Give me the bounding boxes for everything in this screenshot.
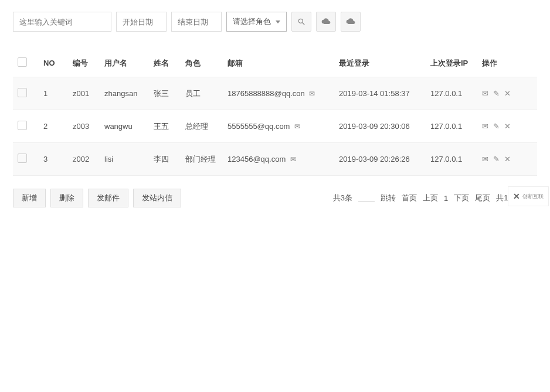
svg-point-0 bbox=[298, 19, 303, 23]
role-select-label: 请选择角色 bbox=[233, 16, 271, 27]
cell-email: 5555555@qq.com ✉ bbox=[223, 110, 334, 143]
row-edit-icon[interactable]: ✎ bbox=[493, 89, 500, 98]
row-delete-icon[interactable]: ✕ bbox=[504, 155, 511, 163]
table-header-row: NO 编号 用户名 姓名 角色 邮箱 最近登录 上次登录IP 操作 bbox=[13, 49, 537, 77]
mail-status-icon: ✉ bbox=[290, 155, 296, 163]
table-row: 3z002lisi李四部门经理123456@qq.com ✉2019-03-09… bbox=[13, 143, 537, 176]
col-code: 编号 bbox=[68, 49, 100, 77]
col-ops: 操作 bbox=[477, 49, 537, 77]
cell-user: wangwu bbox=[100, 110, 149, 143]
cell-email: 123456@qq.com ✉ bbox=[223, 143, 334, 176]
cell-name: 王五 bbox=[149, 110, 181, 143]
chevron-down-icon bbox=[276, 21, 280, 23]
row-mail-icon[interactable]: ✉ bbox=[482, 155, 488, 163]
keyword-input[interactable] bbox=[13, 12, 111, 32]
cell-role: 部门经理 bbox=[181, 143, 223, 176]
cell-code: z002 bbox=[68, 143, 100, 176]
row-edit-icon[interactable]: ✎ bbox=[493, 122, 500, 131]
row-edit-icon[interactable]: ✎ bbox=[493, 155, 500, 163]
cloud-upload-button[interactable] bbox=[316, 12, 336, 32]
mail-status-icon: ✉ bbox=[294, 122, 300, 131]
row-checkbox[interactable] bbox=[18, 121, 27, 130]
send-mail-button[interactable]: 发邮件 bbox=[88, 189, 128, 207]
cell-no: 2 bbox=[39, 110, 68, 143]
table-row: 2z003wangwu王五总经理5555555@qq.com ✉2019-03-… bbox=[13, 110, 537, 143]
pager-next[interactable]: 下页 bbox=[454, 193, 469, 203]
col-lastlogin: 最近登录 bbox=[334, 49, 426, 77]
cell-role: 总经理 bbox=[181, 110, 223, 143]
cell-email: 18765888888@qq.con ✉ bbox=[223, 77, 334, 110]
cell-lastlogin: 2019-03-09 20:26:26 bbox=[334, 143, 426, 176]
col-name: 姓名 bbox=[149, 49, 181, 77]
table-row: 1z001zhangsan张三员工18765888888@qq.con ✉201… bbox=[13, 77, 537, 110]
select-all-checkbox[interactable] bbox=[18, 57, 27, 67]
end-date-input[interactable] bbox=[171, 12, 222, 32]
user-table: NO 编号 用户名 姓名 角色 邮箱 最近登录 上次登录IP 操作 1z001z… bbox=[13, 49, 537, 176]
cloud-upload-icon bbox=[321, 18, 331, 25]
cell-user: lisi bbox=[100, 143, 149, 176]
pager-prev[interactable]: 上页 bbox=[423, 193, 438, 203]
col-user: 用户名 bbox=[100, 49, 149, 77]
row-checkbox[interactable] bbox=[18, 154, 27, 163]
row-mail-icon[interactable]: ✉ bbox=[482, 122, 488, 131]
pager: 共3条 跳转 首页 上页 1 下页 尾页 共1页 10 bbox=[333, 193, 537, 203]
cell-ip: 127.0.0.1 bbox=[426, 77, 477, 110]
cell-code: z003 bbox=[68, 110, 100, 143]
add-button[interactable]: 新增 bbox=[13, 189, 46, 207]
cell-no: 3 bbox=[39, 143, 68, 176]
svg-line-1 bbox=[303, 23, 305, 25]
row-delete-icon[interactable]: ✕ bbox=[504, 122, 511, 131]
row-delete-icon[interactable]: ✕ bbox=[504, 89, 511, 98]
send-msg-button[interactable]: 发站内信 bbox=[133, 189, 181, 207]
cell-lastlogin: 2019-03-14 01:58:37 bbox=[334, 77, 426, 110]
pager-last[interactable]: 尾页 bbox=[475, 193, 490, 203]
row-mail-icon[interactable]: ✉ bbox=[482, 89, 488, 98]
cell-ip: 127.0.0.1 bbox=[426, 143, 477, 176]
col-ip: 上次登录IP bbox=[426, 49, 477, 77]
cell-code: z001 bbox=[68, 77, 100, 110]
col-role: 角色 bbox=[181, 49, 223, 77]
search-icon bbox=[297, 18, 305, 26]
delete-button[interactable]: 删除 bbox=[50, 189, 83, 207]
cell-user: zhangsan bbox=[100, 77, 149, 110]
pager-jump-input[interactable] bbox=[358, 194, 375, 202]
pager-current: 1 bbox=[444, 194, 448, 203]
cloud-download-button[interactable] bbox=[341, 12, 361, 32]
cell-role: 员工 bbox=[181, 77, 223, 110]
page-container: 请选择角色 NO 编号 用户名 姓名 角色 邮箱 最近登录 上次登录IP bbox=[0, 0, 550, 207]
col-email: 邮箱 bbox=[223, 49, 334, 77]
search-button[interactable] bbox=[291, 12, 311, 32]
bottom-bar: 新增 删除 发邮件 发站内信 共3条 跳转 首页 上页 1 下页 尾页 共1页 … bbox=[13, 189, 537, 207]
col-no: NO bbox=[39, 49, 68, 77]
start-date-input[interactable] bbox=[116, 12, 167, 32]
cell-name: 张三 bbox=[149, 77, 181, 110]
watermark-text: 创新互联 bbox=[522, 193, 544, 200]
cell-lastlogin: 2019-03-09 20:30:06 bbox=[334, 110, 426, 143]
filter-bar: 请选择角色 bbox=[13, 12, 537, 32]
pager-first[interactable]: 首页 bbox=[402, 193, 417, 203]
role-select[interactable]: 请选择角色 bbox=[226, 12, 287, 32]
cloud-download-icon bbox=[346, 18, 355, 25]
watermark: ✕创新互联 bbox=[508, 186, 549, 206]
cell-name: 李四 bbox=[149, 143, 181, 176]
cell-no: 1 bbox=[39, 77, 68, 110]
mail-status-icon: ✉ bbox=[309, 90, 315, 98]
row-checkbox[interactable] bbox=[18, 88, 27, 97]
pager-total: 共3条 bbox=[333, 193, 352, 203]
pager-jump[interactable]: 跳转 bbox=[381, 193, 396, 203]
cell-ip: 127.0.0.1 bbox=[426, 110, 477, 143]
